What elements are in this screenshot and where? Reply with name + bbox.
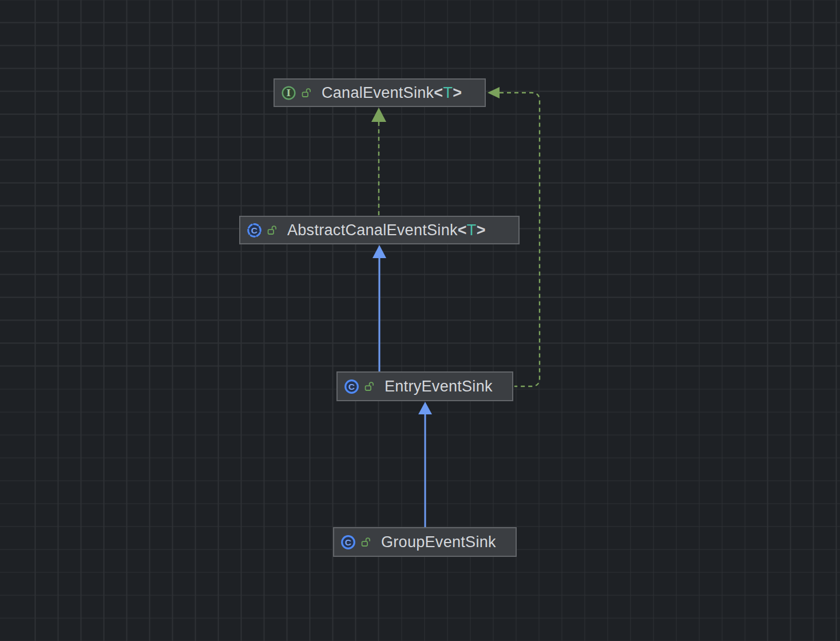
svg-text:I: I bbox=[287, 88, 291, 98]
interface-icon: I bbox=[281, 85, 296, 101]
class-icon: C bbox=[340, 535, 356, 550]
node-label: EntryEventSink bbox=[385, 378, 493, 395]
svg-text:C: C bbox=[251, 225, 258, 235]
node-abstractcanaleventsink[interactable]: C AbstractCanalEventSink<T> bbox=[239, 216, 520, 244]
node-groupeventsink[interactable]: C GroupEventSink bbox=[333, 527, 517, 557]
generic-type-param: T bbox=[467, 221, 477, 239]
abstract-class-icon: C bbox=[247, 223, 262, 238]
node-canaleventsink[interactable]: I CanalEventSink<T> bbox=[274, 78, 486, 107]
generic-open-bracket: < bbox=[434, 84, 443, 101]
node-label: AbstractCanalEventSink<T> bbox=[287, 221, 486, 239]
unlocked-icon bbox=[302, 88, 312, 98]
node-label: GroupEventSink bbox=[381, 533, 496, 551]
node-entryeventsink[interactable]: C EntryEventSink bbox=[336, 371, 513, 401]
generic-close-bracket: > bbox=[477, 221, 486, 239]
generic-open-bracket: < bbox=[458, 221, 467, 239]
generic-close-bracket: > bbox=[453, 84, 462, 101]
edge-abstractcanaleventsink-implements-canaleventsink[interactable] bbox=[371, 108, 386, 217]
unlocked-icon bbox=[361, 537, 371, 547]
edge-groupeventsink-extends-entryeventsink[interactable] bbox=[418, 402, 432, 528]
unlocked-icon bbox=[267, 225, 278, 235]
diagram-canvas[interactable]: CanalEventSink --> AbstractCanalEventSin… bbox=[0, 0, 840, 641]
class-name: GroupEventSink bbox=[381, 533, 496, 551]
svg-text:C: C bbox=[348, 382, 355, 391]
class-name: EntryEventSink bbox=[385, 378, 493, 395]
unlocked-icon bbox=[364, 381, 375, 391]
class-name: CanalEventSink bbox=[322, 84, 434, 101]
node-label: CanalEventSink<T> bbox=[322, 84, 462, 102]
edge-entryeventsink-extends-abstractcanaleventsink[interactable] bbox=[373, 245, 386, 373]
class-name: AbstractCanalEventSink bbox=[287, 221, 458, 239]
svg-text:C: C bbox=[345, 537, 352, 547]
generic-type-param: T bbox=[443, 84, 453, 101]
class-icon: C bbox=[344, 379, 359, 394]
